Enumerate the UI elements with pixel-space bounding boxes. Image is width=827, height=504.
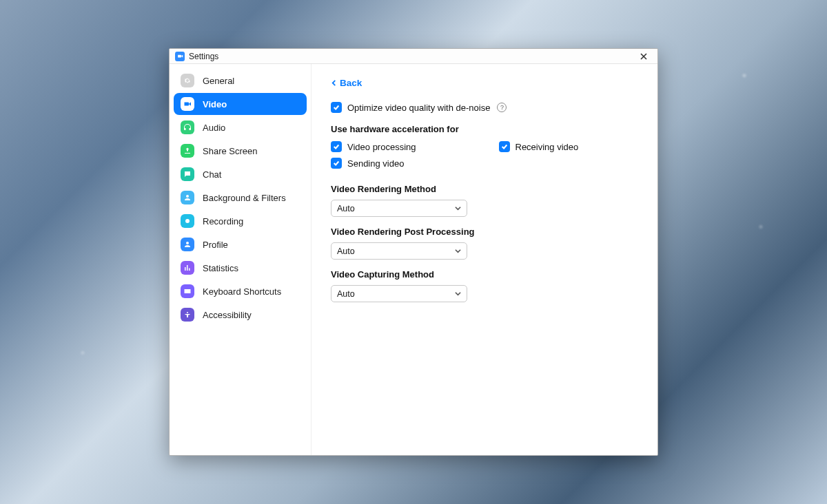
video-capturing-method-group: Video Capturing Method Auto	[331, 269, 638, 302]
video-rendering-post-group: Video Rendering Post Processing Auto	[331, 227, 638, 260]
video-rendering-post-label: Video Rendering Post Processing	[331, 227, 638, 237]
sidebar-item-label: Chat	[203, 169, 221, 180]
hw-video-processing-checkbox[interactable]	[331, 141, 342, 152]
hw-video-processing-row: Video processing	[331, 141, 416, 152]
select-value: Auto	[337, 289, 355, 299]
chevron-left-icon	[331, 80, 337, 86]
hw-receiving-video-label: Receiving video	[515, 142, 579, 152]
sidebar-item-chat[interactable]: Chat	[174, 163, 307, 185]
check-icon	[333, 160, 340, 167]
profile-icon	[181, 238, 194, 251]
select-value: Auto	[337, 204, 355, 213]
sidebar-item-keyboard-shortcuts[interactable]: Keyboard Shortcuts	[174, 280, 307, 302]
chevron-down-icon	[455, 291, 461, 297]
sidebar-item-audio[interactable]: Audio	[174, 116, 307, 138]
video-capturing-method-label: Video Capturing Method	[331, 269, 638, 280]
hw-sending-video-label: Sending video	[347, 158, 404, 169]
sidebar-item-accessibility[interactable]: Accessibility	[174, 304, 307, 326]
svg-point-0	[185, 219, 190, 223]
close-icon	[640, 53, 647, 60]
sidebar-item-background-filters[interactable]: Background & Filters	[174, 187, 307, 209]
sidebar-item-general[interactable]: General	[174, 70, 307, 92]
hw-accel-title: Use hardware acceleration for	[331, 124, 638, 134]
back-label: Back	[340, 78, 362, 88]
close-button[interactable]	[634, 50, 653, 63]
info-icon[interactable]: ?	[497, 103, 507, 112]
sidebar-item-label: Audio	[203, 123, 225, 133]
sidebar: General Video Audio Share Screen	[170, 64, 312, 455]
video-capturing-method-select[interactable]: Auto	[331, 285, 467, 302]
sidebar-item-recording[interactable]: Recording	[174, 210, 307, 232]
optimize-denoise-checkbox[interactable]	[331, 102, 342, 113]
back-link[interactable]: Back	[331, 78, 362, 88]
window-title: Settings	[189, 52, 218, 61]
video-rendering-method-select[interactable]: Auto	[331, 200, 467, 217]
sidebar-item-label: Accessibility	[203, 310, 252, 320]
optimize-denoise-label: Optimize video quality with de-noise	[347, 103, 490, 113]
sidebar-item-share-screen[interactable]: Share Screen	[174, 140, 307, 162]
sidebar-item-label: Recording	[203, 216, 243, 227]
person-icon	[181, 191, 194, 204]
titlebar-left: Settings	[175, 52, 218, 61]
video-rendering-method-group: Video Rendering Method Auto	[331, 184, 638, 217]
video-rendering-method-label: Video Rendering Method	[331, 184, 638, 194]
accessibility-icon	[181, 308, 194, 322]
headphones-icon	[181, 120, 194, 134]
sidebar-item-label: Profile	[203, 240, 228, 250]
sidebar-item-video[interactable]: Video	[174, 93, 307, 115]
hw-sending-video-checkbox[interactable]	[331, 158, 342, 169]
hw-video-processing-label: Video processing	[347, 142, 416, 152]
optimize-denoise-row: Optimize video quality with de-noise ?	[331, 102, 638, 113]
sidebar-item-profile[interactable]: Profile	[174, 233, 307, 255]
statistics-icon	[181, 261, 194, 275]
check-icon	[501, 143, 508, 150]
chevron-down-icon	[455, 205, 461, 211]
sidebar-item-label: General	[203, 76, 234, 86]
chevron-down-icon	[455, 248, 461, 254]
window-body: General Video Audio Share Screen	[170, 64, 657, 455]
hw-sending-video-row: Sending video	[331, 158, 416, 169]
video-rendering-post-select[interactable]: Auto	[331, 242, 467, 260]
sidebar-item-label: Video	[203, 99, 227, 109]
hw-receiving-video-row: Receiving video	[499, 141, 579, 152]
sidebar-item-label: Keyboard Shortcuts	[203, 286, 281, 297]
keyboard-icon	[181, 284, 194, 298]
check-icon	[333, 143, 340, 150]
sidebar-item-label: Share Screen	[203, 146, 258, 156]
sidebar-item-label: Statistics	[203, 263, 238, 273]
titlebar: Settings	[170, 49, 657, 64]
select-value: Auto	[337, 246, 355, 256]
hw-accel-grid: Video processing Sending video R	[331, 141, 638, 174]
sidebar-item-statistics[interactable]: Statistics	[174, 257, 307, 279]
hw-receiving-video-checkbox[interactable]	[499, 141, 510, 152]
check-icon	[333, 104, 340, 111]
chat-icon	[181, 167, 194, 181]
record-icon	[181, 214, 194, 228]
gear-icon	[181, 74, 194, 87]
zoom-app-icon	[175, 52, 185, 61]
sidebar-item-label: Background & Filters	[203, 193, 286, 203]
settings-window: Settings General Video	[169, 48, 658, 456]
video-icon	[181, 97, 194, 111]
content-pane: Back Optimize video quality with de-nois…	[312, 64, 657, 455]
share-screen-icon	[181, 144, 194, 158]
